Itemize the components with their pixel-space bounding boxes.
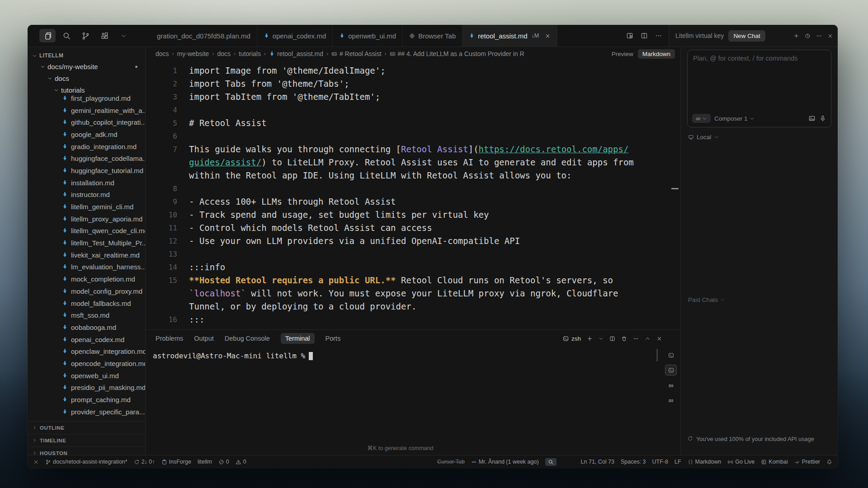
- preview-icon[interactable]: [626, 32, 633, 39]
- status-lf[interactable]: LF: [675, 459, 681, 465]
- chat-tab-title[interactable]: Litellm virtual key: [675, 32, 724, 39]
- terminal-tab-output[interactable]: Output: [194, 335, 214, 342]
- activity-search-button[interactable]: [58, 29, 75, 42]
- terminal-tab-problems[interactable]: Problems: [156, 335, 183, 342]
- attach-image-icon[interactable]: [808, 115, 816, 122]
- code-editor[interactable]: 1import Image from '@theme/IdealImage';2…: [146, 61, 680, 329]
- file-row-gemini-realtime-with-a-[interactable]: gemini_realtime_with_a...: [28, 104, 145, 117]
- terminal-instance-infinity[interactable]: ∞: [665, 394, 677, 405]
- file-row-model-fallbacks-md[interactable]: model_fallbacks.md: [28, 297, 145, 310]
- split-icon[interactable]: [641, 32, 648, 39]
- folder-row-docs-my-website[interactable]: docs/my-website●: [28, 61, 145, 72]
- new-chat-button[interactable]: New Chat: [728, 30, 765, 42]
- plus-icon[interactable]: [793, 33, 799, 39]
- more-icon[interactable]: [655, 32, 662, 39]
- close-icon[interactable]: [545, 33, 551, 39]
- status-kombai[interactable]: Kombai: [761, 459, 788, 465]
- status-utf-8[interactable]: UTF-8: [652, 459, 668, 465]
- breadcrumb-item[interactable]: tutorials: [239, 50, 261, 57]
- file-row-first-playground-md[interactable]: first_playground.md: [28, 92, 145, 104]
- sidebar-section-houston[interactable]: HOUSTON: [28, 446, 145, 455]
- chat-input-box[interactable]: Plan, @ for context, / for commands ∞ Co…: [687, 50, 831, 127]
- sidebar-section-outline[interactable]: OUTLINE: [28, 421, 145, 434]
- terminal-scrollbar[interactable]: [656, 349, 658, 361]
- preview-toggle[interactable]: Preview: [612, 51, 633, 57]
- trash-icon[interactable]: [621, 336, 627, 342]
- breadcrumb-item[interactable]: my-website: [177, 50, 209, 57]
- breadcrumb-item[interactable]: retool_assist.md: [269, 50, 323, 57]
- markdown-mode-toggle[interactable]: Markdown: [638, 49, 675, 59]
- chevron-up-icon[interactable]: [645, 336, 651, 342]
- file-row-prompt-caching-md[interactable]: prompt_caching.md: [28, 394, 145, 406]
- tab-retool-assist-md[interactable]: retool_assist.md↓M: [462, 25, 557, 47]
- scrollbar-marker[interactable]: [671, 188, 679, 189]
- file-row-openai-codex-md[interactable]: openai_codex.md: [28, 333, 145, 346]
- status-spaces-3[interactable]: Spaces: 3: [621, 459, 646, 465]
- shell-indicator[interactable]: zsh: [563, 335, 581, 342]
- mode-selector[interactable]: Local: [688, 134, 719, 141]
- file-row-provider-specific-para-[interactable]: provider_specific_para...: [28, 406, 145, 418]
- status-bell[interactable]: [826, 459, 832, 465]
- status-go-live[interactable]: Go Live: [727, 459, 755, 465]
- status-search[interactable]: [545, 458, 557, 466]
- split-icon[interactable]: [609, 336, 615, 342]
- terminal-output[interactable]: astrodevil@Astro-Mac-mini litellm %: [146, 347, 680, 365]
- file-row-huggingface-tutorial-md[interactable]: huggingface_tutorial.md: [28, 164, 145, 177]
- status-remote[interactable]: [33, 459, 39, 465]
- tab-openweb-ui-md[interactable]: openweb_ui.md: [333, 25, 403, 47]
- microphone-icon[interactable]: [819, 115, 826, 122]
- status-docs-retool-assist-integration-[interactable]: docs/retool-assist-integration*: [45, 459, 127, 465]
- workspace-root[interactable]: LITELLM: [32, 52, 145, 59]
- chevron-down-icon[interactable]: [599, 336, 604, 341]
- file-row-litellm-test-multiple-pr-[interactable]: litellm_Test_Multiple_Pr...: [28, 237, 145, 249]
- more-icon[interactable]: [633, 336, 639, 342]
- file-row-model-config-proxy-md[interactable]: model_config_proxy.md: [28, 285, 145, 297]
- breadcrumb-item[interactable]: docs: [156, 50, 169, 57]
- file-row-litellm-qwen-code-cli-md[interactable]: litellm_qwen_code_cli.md: [28, 225, 145, 237]
- file-row-livekit-xai-realtime-md[interactable]: livekit_xai_realtime.md: [28, 249, 145, 261]
- file-row-gradio-integration-md[interactable]: gradio_integration.md: [28, 141, 145, 153]
- file-row-presidio-pii-masking-md[interactable]: presidio_pii_masking.md: [28, 382, 145, 394]
- status-mr-nand-1-week-ago-[interactable]: Mr. Ånand (1 week ago): [471, 459, 539, 465]
- status-insforge[interactable]: InsForge: [161, 459, 191, 465]
- past-chats-toggle[interactable]: Past Chats: [688, 296, 725, 303]
- status-litellm[interactable]: litellm: [198, 459, 212, 465]
- status-prettier[interactable]: Prettier: [794, 459, 820, 465]
- terminal-tab-ports[interactable]: Ports: [326, 335, 341, 342]
- breadcrumb-item[interactable]: # Retool Assist: [331, 50, 382, 57]
- plus-icon[interactable]: [587, 336, 593, 342]
- close-icon[interactable]: [827, 33, 833, 39]
- file-row-litellm-proxy-aporia-md[interactable]: litellm_proxy_aporia.md: [28, 213, 145, 225]
- file-row-instructor-md[interactable]: instructor.md: [28, 189, 145, 201]
- file-row-google-adk-md[interactable]: google_adk.md: [28, 128, 145, 141]
- file-row-oobabooga-md[interactable]: oobabooga.md: [28, 321, 145, 333]
- file-row-openweb-ui-md[interactable]: openweb_ui.md: [28, 370, 145, 382]
- breadcrumb-item[interactable]: ## 4. Add LiteLLM as a Custom Provider i…: [390, 50, 524, 57]
- terminal-instance-infinity[interactable]: ∞: [665, 380, 677, 390]
- file-row-opencode-integration-md[interactable]: opencode_integration.md: [28, 357, 145, 370]
- file-row-huggingface-codellama-[interactable]: huggingface_codellama...: [28, 152, 145, 164]
- file-row-lm-evaluation-harness-[interactable]: lm_evaluation_harness...: [28, 261, 145, 273]
- activity-source-control-button[interactable]: [77, 29, 94, 42]
- terminal-instance-terminal[interactable]: [665, 365, 677, 375]
- composer-selector[interactable]: Composer 1: [714, 115, 755, 122]
- file-row-mock-completion-md[interactable]: mock_completion.md: [28, 273, 145, 285]
- tab-gration-doc-d075fd58-plan-md[interactable]: gration_doc_d075fd58.plan.md: [157, 25, 257, 47]
- more-icon[interactable]: [816, 33, 822, 39]
- tab-openai-codex-md[interactable]: openai_codex.md: [257, 25, 333, 47]
- folder-row-docs[interactable]: docs: [28, 72, 145, 84]
- tab-browser-tab[interactable]: Browser Tab: [403, 25, 462, 47]
- file-row-github-copilot-integrati-[interactable]: github_copilot_integrati...: [28, 116, 145, 128]
- terminal-tab-debug-console[interactable]: Debug Console: [225, 335, 270, 342]
- terminal-tab-terminal[interactable]: Terminal: [281, 333, 315, 344]
- model-selector[interactable]: ∞: [692, 114, 711, 123]
- file-row-installation-md[interactable]: installation.md: [28, 177, 145, 189]
- history-icon[interactable]: [805, 33, 811, 39]
- activity-extensions-button[interactable]: [96, 29, 113, 42]
- file-row-msft-sso-md[interactable]: msft_sso.md: [28, 309, 145, 321]
- terminal-instance-terminal[interactable]: [665, 350, 677, 361]
- activity-files-button[interactable]: [39, 29, 56, 42]
- activity-chevron-down-button[interactable]: [115, 29, 132, 42]
- status-ln-71-col-73[interactable]: Ln 71, Col 73: [581, 459, 614, 465]
- status-markdown[interactable]: Markdown: [688, 459, 722, 465]
